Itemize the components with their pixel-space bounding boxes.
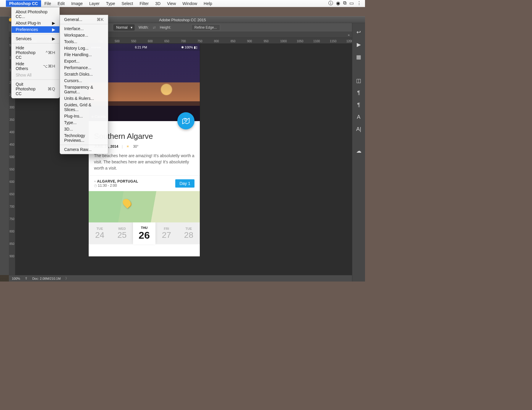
day-name: FRI bbox=[164, 227, 169, 230]
day-button[interactable]: Day 1 bbox=[175, 179, 194, 188]
label: Export... bbox=[64, 59, 80, 64]
pref-transparency[interactable]: Transparency & Gamut... bbox=[60, 84, 108, 95]
pref-plugins[interactable]: Plug-Ins... bbox=[60, 113, 108, 119]
label: About Photoshop CC... bbox=[16, 9, 55, 19]
pref-export[interactable]: Export... bbox=[60, 58, 108, 64]
label: About Plug-In bbox=[16, 21, 41, 25]
menu-quit[interactable]: Quit Photoshop CC⌘Q bbox=[12, 81, 59, 97]
battery-group: ✱ 100% ▮▯ bbox=[181, 45, 197, 49]
map-preview[interactable] bbox=[89, 191, 200, 222]
mock-time: 6:21 PM bbox=[135, 45, 147, 49]
pref-camera-raw[interactable]: Camera Raw... bbox=[60, 146, 108, 153]
ruler-tick: 550 bbox=[9, 168, 14, 171]
label: Workspace... bbox=[64, 33, 88, 38]
menu-layer[interactable]: Layer bbox=[86, 0, 103, 7]
menu-edit[interactable]: Edit bbox=[54, 0, 68, 7]
menu-3d[interactable]: 3D bbox=[152, 0, 164, 7]
ruler-tick: 750 bbox=[197, 40, 202, 43]
refine-edge-button[interactable]: Refine Edge... bbox=[191, 24, 220, 31]
label: Performance... bbox=[64, 65, 91, 70]
day-cell[interactable]: TUE24 bbox=[89, 222, 111, 244]
menu-type[interactable]: Type bbox=[103, 0, 118, 7]
day-cell[interactable]: THU26 bbox=[133, 222, 155, 244]
ruler-tick: 700 bbox=[9, 205, 14, 208]
swap-wh-icon[interactable]: ⇄ bbox=[153, 25, 156, 30]
label: 3D... bbox=[64, 127, 73, 131]
pref-file[interactable]: File Handling... bbox=[60, 51, 108, 58]
label: Quit Photoshop CC bbox=[16, 82, 40, 96]
battery-icon: ▮▯ bbox=[194, 45, 197, 49]
dropbox-icon[interactable]: ⧉ bbox=[343, 0, 346, 6]
label: Services bbox=[16, 36, 32, 41]
clock-icon: ◷ bbox=[94, 183, 98, 188]
character-styles-icon[interactable]: A bbox=[357, 114, 360, 120]
submenu-arrow-icon: ▶ bbox=[52, 27, 55, 32]
menu-window[interactable]: Window bbox=[179, 0, 200, 7]
pref-cursors[interactable]: Cursors... bbox=[60, 77, 108, 84]
pref-tools[interactable]: Tools... bbox=[60, 38, 108, 45]
menu-services[interactable]: Services▶ bbox=[12, 35, 59, 42]
pref-interface[interactable]: Interface... bbox=[60, 25, 108, 32]
tabs-overflow-icon[interactable]: « bbox=[348, 33, 350, 37]
label: Guides, Grid & Slices... bbox=[64, 102, 104, 112]
paragraph-panel-icon[interactable]: ¶ bbox=[357, 90, 360, 96]
paragraph-styles-icon[interactable]: ¶ bbox=[357, 102, 360, 108]
menu-file[interactable]: File bbox=[41, 0, 54, 7]
character-panel-icon[interactable]: A| bbox=[356, 126, 361, 132]
pref-scratch[interactable]: Scratch Disks... bbox=[60, 71, 108, 77]
swatches-panel-icon[interactable]: ◫ bbox=[356, 77, 361, 84]
day-cell[interactable]: WED25 bbox=[111, 222, 133, 244]
day-number: 27 bbox=[162, 230, 171, 240]
card-desc: The beaches here are amazing! It's absol… bbox=[94, 153, 194, 171]
cc-icon[interactable]: ◉ bbox=[336, 0, 340, 6]
menu-about-plugin[interactable]: About Plug-In▶ bbox=[12, 20, 59, 26]
zoom-level[interactable]: 100% bbox=[12, 277, 20, 280]
menu-help[interactable]: Help bbox=[200, 0, 215, 7]
doc-size[interactable]: Doc: 2.08M/210.1M bbox=[32, 277, 61, 280]
day-cell[interactable]: FRI27 bbox=[155, 222, 178, 244]
map-fab-button[interactable] bbox=[177, 112, 194, 129]
label: Cursors... bbox=[64, 78, 82, 83]
ruler-tick: 850 bbox=[231, 40, 236, 43]
menu-about-cc[interactable]: About Photoshop CC... bbox=[12, 9, 59, 20]
pref-history[interactable]: History Log... bbox=[60, 45, 108, 51]
share-icon[interactable]: ⇪ bbox=[25, 276, 27, 280]
history-panel-icon[interactable]: ↩ bbox=[356, 29, 361, 35]
left-toolbar[interactable] bbox=[0, 17, 9, 275]
styles-panel-icon[interactable]: ▦ bbox=[356, 54, 361, 60]
pref-3d[interactable]: 3D... bbox=[60, 126, 108, 132]
flyout-icon[interactable]: 〉 bbox=[65, 276, 69, 281]
ruler-tick: 400 bbox=[9, 131, 14, 134]
menu-view[interactable]: View bbox=[164, 0, 179, 7]
menu-preferences[interactable]: Preferences▶ bbox=[12, 26, 59, 33]
pref-type[interactable]: Type... bbox=[60, 119, 108, 126]
pref-tech-previews[interactable]: Technology Previews... bbox=[60, 132, 108, 144]
shortcut: ⌘Q bbox=[48, 87, 55, 91]
card-meta: JUNE 14, 2014 | ☀ 30° bbox=[94, 144, 194, 149]
menu-select[interactable]: Select bbox=[118, 0, 136, 7]
pref-workspace[interactable]: Workspace... bbox=[60, 32, 108, 38]
airplay-icon[interactable]: ▭ bbox=[349, 0, 354, 6]
info-icon[interactable]: ⓘ bbox=[328, 0, 333, 6]
blend-mode-select[interactable]: Normal bbox=[113, 25, 134, 30]
ruler-tick: 750 bbox=[9, 217, 14, 221]
menu-extra-icon[interactable]: ⋮ bbox=[357, 0, 361, 6]
right-panel-strip: ↩ ▶ ▦ ◫ ¶ ¶ A A| ☁ bbox=[352, 23, 365, 282]
menu-image[interactable]: Image bbox=[68, 0, 86, 7]
pref-units[interactable]: Units & Rulers... bbox=[60, 95, 108, 102]
menu-show-all: Show All bbox=[12, 72, 59, 78]
label: Hide Photoshop CC bbox=[16, 45, 38, 60]
pref-general[interactable]: General...⌘K bbox=[60, 16, 108, 23]
day-name: TUE bbox=[185, 227, 192, 230]
actions-panel-icon[interactable]: ▶ bbox=[357, 41, 361, 48]
brush-panel-icon[interactable]: ☁ bbox=[356, 148, 361, 154]
day-cell[interactable]: TUE28 bbox=[178, 222, 200, 244]
pref-performance[interactable]: Performance... bbox=[60, 64, 108, 71]
menu-app[interactable]: Photoshop CC bbox=[6, 0, 41, 7]
menu-hide-others[interactable]: Hide Others⌥⌘H bbox=[12, 61, 59, 72]
day-number: 28 bbox=[184, 230, 193, 240]
label: Camera Raw... bbox=[64, 147, 92, 152]
pref-guides[interactable]: Guides, Grid & Slices... bbox=[60, 102, 108, 113]
menu-hide-cc[interactable]: Hide Photoshop CC^⌘H bbox=[12, 45, 59, 61]
menu-filter[interactable]: Filter bbox=[136, 0, 152, 7]
